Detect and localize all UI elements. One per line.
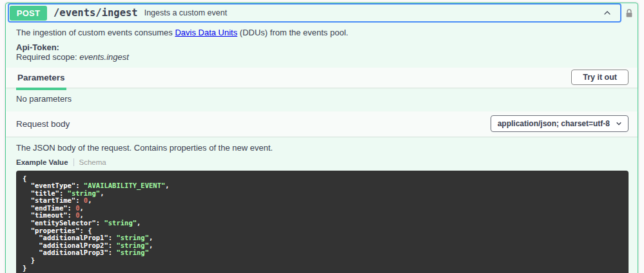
davis-data-units-link[interactable]: Davis Data Units — [175, 28, 237, 37]
code-line: "properties": { — [23, 227, 92, 234]
tab-parameters[interactable]: Parameters — [16, 68, 66, 90]
collapse-button[interactable] — [598, 8, 616, 18]
code-line: "additionalProp3": "string" — [23, 249, 149, 256]
description-text-after: (DDUs) from the events pool. — [237, 28, 348, 37]
request-body-description: The JSON body of the request. Contains p… — [16, 143, 627, 153]
parameters-section-header: Parameters Try it out — [6, 68, 638, 88]
tab-example-value[interactable]: Example Value — [16, 158, 68, 166]
operation-path: /events/ingest — [54, 7, 138, 19]
scope-label: Required scope: — [16, 52, 79, 62]
code-line: { — [23, 174, 26, 182]
operation-block-post: POST /events/ingest Ingests a custom eve… — [5, 3, 638, 273]
tab-divider — [73, 158, 74, 166]
code-line: "startTime": 0, — [23, 196, 92, 204]
request-body-title: Request body — [16, 119, 70, 129]
http-method-badge: POST — [10, 6, 47, 21]
tab-schema[interactable]: Schema — [79, 158, 106, 166]
api-token-label: Api-Token: — [16, 42, 627, 53]
try-it-out-button[interactable]: Try it out — [571, 70, 629, 85]
code-line: "additionalProp2": "string", — [23, 241, 153, 249]
operation-description: The ingestion of custom events consumes … — [6, 23, 638, 68]
content-type-select[interactable]: application/json; charset=utf-8 — [491, 115, 629, 132]
content-type-value: application/json; charset=utf-8 — [498, 119, 610, 128]
code-line: "endTime": 0, — [23, 204, 84, 212]
no-parameters-text: No parameters — [6, 88, 638, 111]
example-json-code-block[interactable]: { "eventType": "AVAILABILITY_EVENT", "ti… — [16, 171, 629, 273]
code-line: } — [23, 264, 26, 272]
description-text-before: The ingestion of custom events consumes — [16, 28, 175, 37]
operation-summary-text: Ingests a custom event — [144, 8, 228, 17]
chevron-up-icon — [602, 8, 612, 18]
code-line: "title": "string", — [23, 189, 104, 197]
scope-value: events.ingest — [79, 52, 129, 62]
operation-summary-row: POST /events/ingest Ingests a custom eve… — [6, 3, 638, 23]
code-line: "additionalProp1": "string", — [23, 234, 153, 241]
request-body-content: The JSON body of the request. Contains p… — [6, 136, 638, 273]
code-line: "eventType": "AVAILABILITY_EVENT", — [23, 182, 170, 189]
authorization-button[interactable] — [624, 8, 634, 19]
request-body-section-header: Request body application/json; charset=u… — [6, 111, 638, 136]
code-line: } — [23, 256, 35, 264]
required-scope-line: Required scope: events.ingest — [16, 52, 627, 62]
example-tabs: Example Value Schema — [16, 158, 627, 166]
lock-icon — [624, 8, 634, 19]
description-line: The ingestion of custom events consumes … — [16, 28, 627, 38]
chevron-down-icon — [615, 120, 623, 127]
code-line: "timeout": 0, — [23, 211, 84, 219]
code-line: "entitySelector": "string", — [23, 219, 141, 227]
operation-summary-button[interactable]: POST /events/ingest Ingests a custom eve… — [9, 5, 620, 21]
